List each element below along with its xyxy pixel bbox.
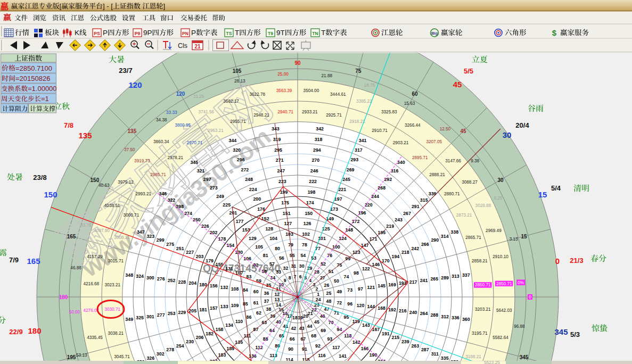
svg-text:2873.21: 2873.21 — [456, 213, 472, 218]
svg-text:165: 165 — [27, 257, 40, 266]
svg-text:143: 143 — [362, 322, 370, 328]
svg-text:5642.03: 5642.03 — [496, 308, 512, 313]
svg-text:240: 240 — [409, 310, 417, 315]
svg-text:74: 74 — [344, 274, 349, 279]
svg-text:174: 174 — [306, 200, 314, 205]
svg-text:38: 38 — [266, 307, 272, 312]
svg-text:96: 96 — [347, 301, 352, 307]
svg-text:181: 181 — [199, 307, 207, 312]
svg-text:157: 157 — [210, 305, 218, 311]
svg-text:145: 145 — [377, 283, 385, 288]
svg-text:3979.12: 3979.12 — [118, 180, 134, 185]
svg-text:33.33: 33.33 — [166, 110, 177, 115]
svg-text:321: 321 — [197, 168, 205, 173]
svg-text:=1.00000: =1.00000 — [28, 85, 57, 93]
svg-text:3147.66: 3147.66 — [445, 159, 461, 163]
svg-text:344: 344 — [229, 138, 237, 143]
svg-text:301: 301 — [146, 314, 154, 319]
svg-text:42: 42 — [291, 326, 296, 331]
svg-text:3741.56: 3741.56 — [198, 110, 214, 114]
svg-text:196: 196 — [358, 210, 366, 216]
svg-text:177: 177 — [236, 219, 244, 224]
svg-text:346: 346 — [159, 191, 167, 196]
svg-text:80: 80 — [275, 246, 280, 251]
svg-text:148: 148 — [345, 227, 353, 233]
svg-text:3015.71: 3015.71 — [108, 259, 124, 263]
svg-text:324: 324 — [136, 274, 144, 279]
svg-text:318: 318 — [315, 137, 323, 142]
svg-text:194: 194 — [392, 254, 400, 259]
svg-text:9.38: 9.38 — [471, 159, 479, 163]
svg-text:=1: =1 — [41, 95, 49, 103]
svg-text:1: 1 — [317, 292, 319, 297]
svg-text:3188.21: 3188.21 — [465, 354, 481, 359]
svg-text:3038.21: 3038.21 — [108, 331, 124, 336]
svg-text:$: $ — [552, 28, 557, 37]
svg-text:202: 202 — [210, 230, 218, 235]
svg-text:272: 272 — [241, 167, 249, 172]
svg-text:28.13: 28.13 — [234, 79, 245, 84]
svg-text:182: 182 — [206, 331, 214, 336]
svg-text:18.75: 18.75 — [364, 83, 375, 88]
svg-text:2970.71: 2970.71 — [187, 140, 203, 145]
svg-text:200: 200 — [253, 196, 261, 202]
svg-text:3385.22: 3385.22 — [356, 99, 372, 104]
svg-text:278: 278 — [166, 347, 174, 352]
svg-text:2933.21: 2933.21 — [302, 110, 318, 114]
svg-text:276: 276 — [157, 276, 165, 282]
svg-text:341: 341 — [359, 138, 367, 143]
svg-text:245: 245 — [342, 177, 350, 182]
svg-text:3008.21: 3008.21 — [114, 235, 130, 240]
svg-text:316: 316 — [391, 168, 399, 173]
svg-text:44: 44 — [307, 324, 313, 329]
svg-text:73: 73 — [347, 287, 352, 293]
svg-text:216: 216 — [399, 308, 407, 313]
svg-text:228: 228 — [178, 279, 186, 285]
svg-text:20/4: 20/4 — [515, 121, 529, 129]
svg-text:TS: TS — [226, 31, 232, 36]
svg-text:287: 287 — [421, 347, 429, 352]
svg-text:105: 105 — [233, 68, 242, 74]
svg-text:191: 191 — [382, 331, 390, 336]
svg-text:60: 60 — [253, 289, 259, 294]
svg-text:5582.64: 5582.64 — [493, 335, 508, 340]
svg-text:336: 336 — [452, 315, 459, 320]
svg-text:135: 135 — [128, 128, 137, 134]
svg-text:118: 118 — [344, 333, 351, 338]
svg-text:86: 86 — [247, 315, 252, 320]
svg-text:7/8: 7/8 — [64, 121, 73, 129]
svg-text:221: 221 — [338, 187, 346, 192]
svg-text:314: 314 — [441, 234, 449, 239]
svg-text:217: 217 — [409, 279, 417, 285]
svg-text:4038.51: 4038.51 — [104, 203, 120, 208]
svg-text:57: 57 — [269, 261, 275, 267]
svg-text:3563.39: 3563.39 — [276, 88, 292, 93]
svg-text:3266.44: 3266.44 — [405, 123, 421, 128]
svg-text:3000.71: 3000.71 — [124, 213, 139, 218]
svg-text:225: 225 — [223, 202, 231, 208]
svg-text:150: 150 — [44, 190, 57, 199]
svg-text:195: 195 — [67, 354, 76, 360]
svg-text:21/3: 21/3 — [570, 257, 583, 264]
svg-text:2910.10: 2910.10 — [493, 254, 508, 259]
svg-text:3800.95: 3800.95 — [175, 123, 191, 128]
svg-text:2903.21: 2903.21 — [393, 140, 409, 145]
svg-text:335: 335 — [441, 355, 449, 361]
svg-text:9T: 9T — [276, 29, 285, 37]
svg-text:22/9: 22/9 — [9, 328, 22, 336]
svg-text:45: 45 — [453, 80, 462, 89]
svg-text:337: 337 — [462, 272, 470, 278]
svg-text:Cls: Cls — [178, 42, 187, 49]
svg-text:133: 133 — [220, 304, 228, 309]
svg-text:132: 132 — [220, 285, 228, 290]
svg-text:274: 274 — [184, 211, 192, 216]
svg-text:215: 215 — [392, 335, 400, 340]
svg-text:298: 298 — [176, 204, 184, 209]
svg-text:322: 322 — [167, 197, 175, 203]
svg-text:342: 342 — [316, 126, 324, 131]
svg-text:72: 72 — [336, 300, 342, 305]
svg-text:180: 180 — [28, 326, 41, 335]
svg-text:224: 224 — [249, 187, 257, 192]
svg-text:275: 275 — [166, 242, 174, 247]
svg-text:T9: T9 — [268, 31, 273, 36]
